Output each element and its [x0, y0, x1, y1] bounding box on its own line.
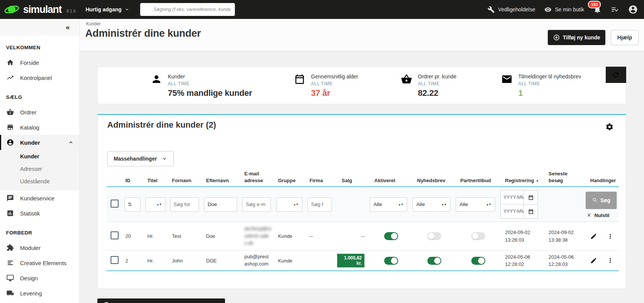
toggle-partnertilbud[interactable] — [471, 232, 485, 240]
column-header-titel[interactable]: Titel — [143, 177, 167, 187]
cell-salg: 1.005,62 kr. — [337, 254, 370, 267]
cell-efternavn: DOE — [202, 258, 240, 264]
sidebar-item-creative-elements[interactable]: Creative Elements — [0, 255, 80, 270]
kebab-icon[interactable] — [607, 233, 614, 240]
pencil-icon[interactable] — [590, 233, 597, 240]
toggle-partnertilbud[interactable] — [471, 257, 485, 265]
row-checkbox[interactable] — [111, 231, 119, 239]
customers-kpi-icon — [151, 73, 162, 98]
store-icon — [6, 123, 14, 131]
sort-asc-icon: ▲ — [536, 179, 539, 182]
column-header-firma[interactable]: Firma — [305, 177, 337, 187]
row-checkbox[interactable] — [111, 256, 119, 264]
filter-fornavn-input[interactable] — [170, 197, 199, 212]
date-from-input[interactable]: YYYY-MM-DD — [500, 190, 524, 205]
toggle-nyhedsbrev[interactable] — [427, 232, 441, 240]
cell-registrering: 2024-09-02 13:26:03 — [500, 229, 544, 244]
kpi-value: 75% mandlige kunder — [168, 88, 252, 98]
truck-icon — [6, 289, 14, 297]
column-header-partnertilbud[interactable]: Partnertilbud — [456, 177, 500, 187]
date-to-input[interactable]: YYYY-MM-DD — [500, 204, 524, 219]
sidebar-item-forside[interactable]: Forside — [0, 55, 80, 70]
cell-registrering: 2024-05-06 12:28:02 — [500, 253, 544, 268]
sidebar-item-ordrer[interactable]: Ordrer — [0, 105, 80, 120]
column-header-aktiveret[interactable]: Aktiveret — [370, 177, 413, 187]
monitor-icon — [6, 274, 14, 282]
kebab-icon[interactable] — [607, 257, 614, 264]
notifications-button[interactable]: 193 — [593, 5, 602, 14]
maintenance-link[interactable]: Vedligeholdelse — [488, 6, 535, 13]
filter-id-input[interactable] — [125, 197, 141, 212]
sidebar-subitem-udest-ende[interactable]: Udestående — [0, 175, 80, 187]
column-header-seneste-bes-g[interactable]: Seneste besøg — [544, 170, 577, 187]
filter-efternavn-input[interactable] — [204, 197, 237, 212]
view-shop-label: Se min butik — [555, 6, 584, 12]
kpi-value: 82.22 — [418, 88, 456, 98]
kpi-panel: KunderALL TIME75% mandlige kunderGennems… — [97, 67, 626, 104]
sidebar-item-kunder[interactable]: Kunder — [0, 135, 80, 150]
toggle-nyhedsbrev[interactable] — [427, 257, 441, 265]
column-header-registrering[interactable]: Registrering▲ — [500, 177, 544, 187]
filter-firma-input[interactable] — [308, 197, 332, 212]
filter-email-input[interactable] — [242, 197, 271, 212]
cell-id: 20 — [121, 233, 143, 239]
filter-titel-select[interactable]: ▲▼ — [145, 197, 166, 212]
bulk-actions-dropdown[interactable]: Massehandlinger — [107, 151, 174, 166]
kpi-period: ALL TIME — [168, 81, 252, 86]
sidebar-collapse-button[interactable]: « — [0, 19, 80, 36]
toggle-aktiveret[interactable] — [384, 232, 398, 240]
list-check-icon[interactable] — [611, 5, 619, 14]
app-logo[interactable]: simulant — [4, 3, 61, 16]
kpi-value: 37 år — [311, 88, 358, 98]
column-header-e-mail-adresse[interactable]: E-mail adresse — [240, 170, 274, 187]
column-header-nyhedsbrev[interactable]: Nyhedsbrev — [413, 177, 456, 187]
help-button[interactable]: Hjælp — [611, 30, 639, 45]
orders-kpi-icon — [401, 73, 412, 98]
column-header-salg[interactable]: Salg — [337, 177, 370, 187]
help-toast[interactable] — [97, 298, 225, 303]
chevron-up-icon — [68, 139, 74, 145]
breadcrumb[interactable]: Kunder — [86, 21, 101, 27]
filter-nyhedsbrev-select[interactable]: Alle ▲▼ — [413, 197, 450, 212]
reset-filters-button[interactable]: Nulstil — [586, 212, 610, 218]
table-row: 20Hr.TestDoeak19xcjt@students.aabc.dkKun… — [106, 222, 619, 251]
puzzle-icon — [6, 244, 14, 251]
refresh-kpis-button[interactable] — [606, 67, 626, 83]
sidebar-item-kundeservice[interactable]: Kundeservice — [0, 191, 80, 206]
sidebar-item-kontrolpanel[interactable]: Kontrolpanel — [0, 70, 80, 85]
column-header-fornavn[interactable]: Fornavn — [167, 177, 202, 187]
filter-aktiveret-select[interactable]: Alle ▲▼ — [370, 197, 407, 212]
eye-icon — [544, 6, 552, 13]
calendar-button[interactable] — [524, 190, 538, 205]
sidebar-item-moduler[interactable]: Moduler — [0, 240, 80, 255]
account-icon[interactable] — [628, 5, 638, 14]
sidebar-subitem-adresser[interactable]: Adresser — [0, 162, 80, 175]
filter-gruppe-select[interactable]: ▲▼ — [276, 197, 302, 212]
search-submit-button[interactable]: Søg — [586, 192, 617, 209]
kpi-period: ALL TIME — [418, 81, 456, 86]
sidebar-item-statistik[interactable]: Statistik — [0, 206, 80, 221]
add-customer-button[interactable]: Tilføj ny kunde — [548, 30, 605, 45]
sidebar-subitem-kunder[interactable]: Kunder — [0, 150, 80, 162]
pencil-icon[interactable] — [590, 257, 597, 264]
view-shop-link[interactable]: Se min butik — [544, 6, 584, 13]
quick-access-menu[interactable]: Hurtig adgang — [86, 6, 130, 12]
sidebar-item-levering[interactable]: Levering — [0, 286, 80, 301]
column-header-gruppe[interactable]: Gruppe — [274, 177, 305, 187]
filter-partnertilbud-select[interactable]: Alle ▲▼ — [456, 197, 495, 212]
toggle-aktiveret[interactable] — [384, 257, 398, 265]
select-all-checkbox[interactable] — [111, 200, 119, 208]
sales-badge: 1.005,62 kr. — [337, 254, 364, 267]
stats-icon — [6, 209, 14, 217]
column-header-efternavn[interactable]: Efternavn — [202, 177, 240, 187]
sidebar-item-katalog[interactable]: Katalog — [0, 120, 80, 135]
column-header-id[interactable]: ID — [121, 177, 143, 187]
sidebar-item-label: Forside — [20, 59, 39, 66]
table-filter-row: ▲▼ ▲▼ Alle ▲▼ Alle ▲▼ Alle ▲▼ — [106, 187, 619, 222]
calendar-button[interactable] — [524, 204, 538, 219]
grid-settings-button[interactable] — [605, 123, 614, 131]
sidebar-item-design[interactable]: Design — [0, 270, 80, 286]
column-header-handlinger[interactable]: Handlinger — [586, 177, 619, 187]
calendar-icon — [528, 195, 534, 200]
search-input[interactable] — [153, 6, 231, 12]
